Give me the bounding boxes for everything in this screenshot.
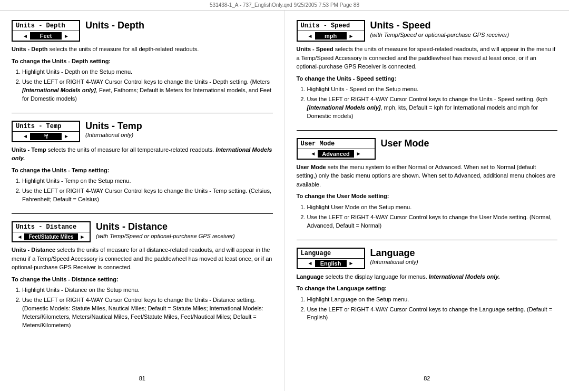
widget-temp-right-arrow[interactable]: ► (64, 133, 69, 139)
section-distance-title: Units - Distance (96, 221, 168, 232)
widget-units-temp: Units - Temp ◄ °f ► (12, 121, 80, 142)
depth-change-title: To change the Units - Depth setting: (12, 57, 273, 66)
widget-temp-left-arrow[interactable]: ◄ (23, 133, 28, 139)
section-temp-title: Units - Temp (85, 121, 142, 131)
depth-step-1: Highlight Units - Depth on the Setup men… (22, 68, 273, 76)
speed-steps: Highlight Units - Speed on the Setup men… (297, 85, 558, 121)
speed-change-title: To change the Units - Speed setting: (297, 74, 558, 83)
section-units-distance: Units - Distance ◄ Feet/Statute Miles ► … (12, 221, 273, 330)
widget-speed-left-arrow[interactable]: ◄ (308, 33, 313, 39)
widget-distance-title: Units - Distance (13, 222, 90, 232)
section-distance-body: Units - Distance selects the units of me… (12, 246, 273, 330)
language-step-1: Highlight Language on the Setup menu. (307, 296, 558, 304)
widget-units-distance: Units - Distance ◄ Feet/Statute Miles ► (12, 221, 91, 242)
widget-temp-title: Units - Temp (13, 122, 79, 132)
section-language-subtitle: (International only) (370, 259, 418, 265)
distance-step-1: Highlight Units - Distance on the Setup … (22, 286, 273, 295)
speed-step-2: Use the LEFT or RIGHT 4-WAY Cursor Contr… (307, 95, 558, 121)
page-right: Units - Speed ◄ mph ► Units - Speed (wit… (285, 11, 570, 391)
language-steps: Highlight Language on the Setup menu. Us… (297, 296, 558, 322)
widget-language-title: Language (298, 249, 364, 259)
widget-usermode-value: Advanced (318, 150, 354, 158)
depth-steps: Highlight Units - Depth on the Setup men… (12, 68, 273, 103)
widget-depth-title: Units - Depth (13, 21, 79, 31)
temp-steps: Highlight Units - Temp on the Setup menu… (12, 177, 273, 204)
section-user-mode: User Mode ◄ Advanced ► User Mode User Mo… (297, 138, 558, 230)
section-depth-body: Units - Depth selects the units of measu… (12, 45, 273, 103)
section-speed-title: Units - Speed (370, 20, 431, 31)
widget-depth-right-arrow[interactable]: ► (64, 33, 69, 39)
widget-language: Language ◄ English ► (297, 248, 365, 269)
page-header: 531438-1_A - 737_EnglishOnly.qxd 9/25/20… (0, 0, 569, 11)
temp-step-1: Highlight Units - Temp on the Setup menu… (22, 177, 273, 185)
widget-usermode-right-arrow[interactable]: ► (356, 151, 361, 156)
widget-usermode-left-arrow[interactable]: ◄ (310, 151, 316, 156)
section-language-body: Language selects the display language fo… (297, 272, 558, 322)
section-temp-body: Units - Temp selects the units of measur… (12, 145, 273, 204)
section-usermode-body: User Mode sets the menu system to either… (297, 163, 558, 230)
widget-units-speed: Units - Speed ◄ mph ► (297, 20, 365, 42)
section-speed-body: Units - Speed selects the units of measu… (297, 45, 558, 121)
depth-step-2: Use the LEFT or RIGHT 4-WAY Cursor Contr… (22, 78, 273, 103)
widget-distance-left-arrow[interactable]: ◄ (17, 234, 23, 240)
usermode-step-1: Highlight User Mode on the Setup menu. (307, 203, 558, 212)
section-temp-subtitle: (International only) (85, 132, 133, 138)
distance-steps: Highlight Units - Distance on the Setup … (12, 286, 273, 330)
widget-speed-value: mph (315, 32, 347, 40)
temp-step-2: Use the LEFT or RIGHT 4-WAY Cursor Contr… (22, 187, 273, 204)
page-left: Units - Depth ◄ Feet ► Units - Depth Uni… (0, 11, 285, 391)
language-step-2: Use the LEFT or RIGHT 4-WAY Cursor Contr… (307, 306, 558, 322)
usermode-steps: Highlight User Mode on the Setup menu. U… (297, 203, 558, 230)
section-units-depth: Units - Depth ◄ Feet ► Units - Depth Uni… (12, 20, 273, 103)
section-language: Language ◄ English ► Language (Internati… (297, 248, 558, 322)
page-number-right: 82 (285, 375, 570, 381)
widget-language-right-arrow[interactable]: ► (349, 260, 354, 266)
widget-speed-title: Units - Speed (298, 21, 364, 31)
widget-speed-right-arrow[interactable]: ► (349, 33, 354, 39)
section-depth-title: Units - Depth (85, 20, 144, 31)
widget-depth-left-arrow[interactable]: ◄ (23, 33, 28, 39)
widget-user-mode: User Mode ◄ Advanced ► (297, 138, 376, 160)
distance-change-title: To change the Units - Distance setting: (12, 275, 273, 284)
section-units-temp: Units - Temp ◄ °f ► Units - Temp (Intern… (12, 121, 273, 204)
widget-distance-right-arrow[interactable]: ► (80, 234, 85, 240)
widget-language-left-arrow[interactable]: ◄ (308, 260, 313, 266)
usermode-change-title: To change the User Mode setting: (297, 192, 558, 201)
section-distance-subtitle: (with Temp/Speed or optional-purchase GP… (96, 233, 235, 239)
widget-temp-value: °f (30, 133, 62, 140)
widget-usermode-title: User Mode (298, 139, 375, 149)
usermode-step-2: Use the LEFT or RIGHT 4-WAY Cursor Contr… (307, 213, 558, 230)
widget-units-depth: Units - Depth ◄ Feet ► (12, 20, 80, 42)
section-usermode-title: User Mode (381, 138, 429, 149)
speed-step-1: Highlight Units - Speed on the Setup men… (307, 85, 558, 94)
section-units-speed: Units - Speed ◄ mph ► Units - Speed (wit… (297, 20, 558, 121)
section-speed-subtitle: (with Temp/Speed or optional-purchase GP… (370, 32, 509, 38)
distance-step-2: Use the LEFT or RIGHT 4-WAY Cursor Contr… (22, 296, 273, 330)
section-language-title: Language (370, 248, 415, 258)
language-change-title: To change the Language setting: (297, 284, 558, 293)
temp-change-title: To change the Units - Temp setting: (12, 166, 273, 175)
widget-language-value: English (315, 260, 347, 267)
widget-distance-value: Feet/Statute Miles (24, 233, 77, 240)
page-number-left: 81 (0, 375, 284, 381)
widget-depth-value: Feet (30, 32, 62, 40)
